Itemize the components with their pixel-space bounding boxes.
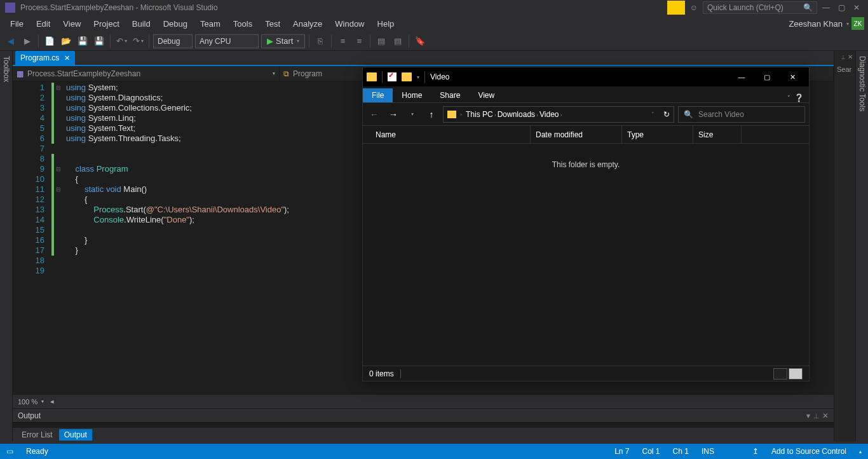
error-list-tab[interactable]: Error List (17, 429, 58, 441)
pinned-quick-access-icon[interactable] (388, 72, 397, 81)
bookmark-icon[interactable]: 🔖 (413, 34, 427, 48)
menu-build[interactable]: Build (126, 17, 157, 31)
status-ch[interactable]: Ch 1 (673, 447, 689, 456)
redo-button[interactable]: ↷▾ (131, 34, 145, 48)
help-icon[interactable]: ❔ (794, 93, 804, 102)
menu-team[interactable]: Team (194, 17, 227, 31)
column-header-date-modified[interactable]: Date modified (531, 126, 622, 143)
folder-icon (447, 111, 456, 118)
close-panel-icon[interactable]: ✕ (822, 411, 829, 420)
nav-up-button[interactable]: ↑ (424, 107, 439, 122)
solution-platform-dropdown[interactable]: Any CPU (195, 34, 259, 48)
user-initials-badge[interactable]: ZK (851, 17, 864, 30)
ribbon-tab-share[interactable]: Share (431, 88, 469, 102)
column-header-size[interactable]: Size (693, 126, 742, 143)
tab-program-cs[interactable]: Program.cs ✕ (15, 51, 75, 65)
explorer-search-input[interactable]: 🔍 Search Video (678, 106, 805, 123)
output-panel-header[interactable]: Output ▾ ⟂ ✕ (13, 408, 834, 422)
menu-test[interactable]: Test (259, 17, 287, 31)
explorer-file-list[interactable]: This folder is empty. (363, 144, 809, 366)
address-dropdown-icon[interactable]: ˅ (651, 111, 654, 118)
minimize-button[interactable]: — (820, 2, 832, 13)
new-project-button[interactable]: 📄 (43, 34, 57, 48)
menu-project[interactable]: Project (87, 17, 125, 31)
explorer-title: Video (430, 72, 449, 81)
ribbon-tab-file[interactable]: File (363, 88, 393, 102)
details-view-button[interactable] (773, 368, 787, 380)
explorer-minimize-button[interactable]: — (729, 67, 754, 86)
menu-tools[interactable]: Tools (227, 17, 259, 31)
empty-folder-message: This folder is empty. (552, 160, 620, 169)
breadcrumb-segment[interactable]: Video (539, 110, 559, 119)
address-bar[interactable]: › This PC›Downloads›Video› ˅ ↻ (443, 106, 674, 123)
toolbox-panel-tab[interactable]: Toolbox (0, 51, 13, 441)
menu-view[interactable]: View (57, 17, 87, 31)
start-label: Start (276, 36, 293, 46)
explorer-titlebar[interactable]: ▾ Video — ▢ ✕ (363, 67, 809, 86)
nav-forward-button[interactable]: ▶ (20, 34, 34, 48)
column-header-type[interactable]: Type (622, 126, 693, 143)
source-control-button[interactable]: Add to Source Control (771, 447, 846, 456)
search-icon: 🔍 (684, 110, 693, 119)
maximize-button[interactable]: ▢ (835, 2, 848, 13)
status-ins-mode[interactable]: INS (702, 447, 714, 456)
menu-edit[interactable]: Edit (30, 17, 57, 31)
feedback-icon[interactable]: ☺ (688, 2, 700, 13)
item-count: 0 items (369, 369, 394, 378)
menu-help[interactable]: Help (371, 17, 401, 31)
explorer-maximize-button[interactable]: ▢ (754, 67, 780, 86)
project-dropdown[interactable]: ▦ Process.StartExamplebyZeeshan▾ (13, 66, 280, 81)
publish-icon[interactable]: ↥ (752, 447, 759, 456)
ribbon-expand-icon[interactable]: ˅ (787, 95, 790, 101)
close-icon[interactable]: ✕ (848, 53, 853, 60)
status-rect-icon: ▭ (6, 447, 13, 456)
pin-icon[interactable]: ⟂ (841, 53, 845, 60)
indent-decrease-icon[interactable]: ≡ (336, 34, 349, 48)
breadcrumb-segment[interactable]: This PC (466, 110, 493, 119)
diagnostic-tools-tab[interactable]: Diagnostic Tools (855, 51, 868, 441)
indent-increase-icon[interactable]: ≡ (352, 34, 366, 48)
nav-forward-button[interactable]: → (386, 107, 401, 122)
solution-config-dropdown[interactable]: Debug (153, 34, 193, 48)
uncomment-icon[interactable]: ▤ (391, 34, 405, 48)
breadcrumb-segment[interactable]: Downloads (498, 110, 535, 119)
output-tab[interactable]: Output (59, 429, 92, 441)
explorer-navbar: ← → ▾ ↑ › This PC›Downloads›Video› ˅ ↻ 🔍… (363, 103, 809, 126)
quick-launch-input[interactable]: Quick Launch (Ctrl+Q) 🔍 (703, 1, 817, 14)
explorer-ribbon: FileHomeShareView ˅ ❔ (363, 86, 809, 103)
column-header-name[interactable]: Name (370, 126, 531, 143)
explorer-column-headers[interactable]: NameDate modifiedTypeSize (363, 126, 809, 144)
close-tab-icon[interactable]: ✕ (64, 54, 70, 62)
status-line[interactable]: Ln 7 (614, 447, 629, 456)
dropdown-icon[interactable]: ▾ (806, 411, 810, 420)
menu-debug[interactable]: Debug (157, 17, 194, 31)
icons-view-button[interactable] (789, 368, 803, 380)
undo-button[interactable]: ↶▾ (114, 34, 128, 48)
nav-recent-dropdown[interactable]: ▾ (405, 107, 420, 122)
menu-file[interactable]: File (4, 17, 30, 31)
file-explorer-window[interactable]: ▾ Video — ▢ ✕ FileHomeShareView ˅ ❔ ← → … (362, 67, 810, 381)
open-file-button[interactable]: 📂 (59, 34, 73, 48)
explorer-close-button[interactable]: ✕ (780, 67, 805, 86)
step-icon[interactable]: ⎘ (313, 34, 327, 48)
save-button[interactable]: 💾 (76, 34, 90, 48)
nav-back-button[interactable]: ← (367, 107, 382, 122)
folder-icon[interactable] (402, 72, 412, 81)
close-button[interactable]: ✕ (850, 2, 863, 13)
status-col[interactable]: Col 1 (642, 447, 660, 456)
refresh-icon[interactable]: ↻ (663, 110, 670, 119)
ribbon-tab-home[interactable]: Home (393, 88, 431, 102)
menu-window[interactable]: Window (329, 17, 370, 31)
menu-analyze[interactable]: Analyze (287, 17, 329, 31)
ribbon-tab-view[interactable]: View (469, 88, 503, 102)
tab-label: Program.cs (20, 53, 59, 62)
comment-icon[interactable]: ▤ (374, 34, 388, 48)
save-all-button[interactable]: 💾 (92, 34, 106, 48)
pin-icon[interactable]: ⟂ (814, 411, 818, 420)
search-panel-hint[interactable]: Sear (834, 63, 855, 76)
start-debug-button[interactable]: ▶ Start ▾ (261, 34, 305, 48)
zoom-value[interactable]: 100 % (18, 398, 37, 406)
signed-in-user[interactable]: Zeeshan Khan (785, 19, 846, 29)
nav-back-button[interactable]: ◀ (4, 34, 18, 48)
notification-badge-icon[interactable] (667, 1, 685, 15)
